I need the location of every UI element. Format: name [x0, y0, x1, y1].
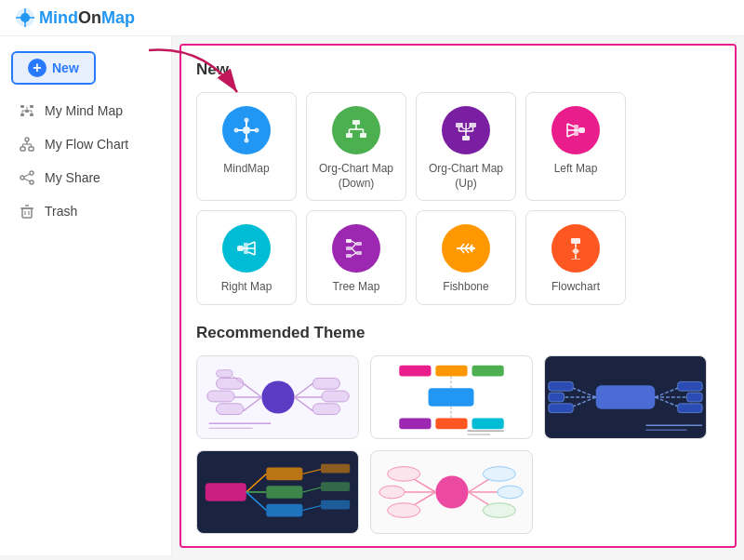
- template-card-org-down[interactable]: Org-Chart Map (Down): [306, 92, 406, 201]
- svg-rect-75: [346, 239, 352, 243]
- svg-line-62: [567, 134, 574, 137]
- svg-rect-28: [22, 208, 32, 218]
- new-section-title: New: [196, 60, 720, 79]
- fishbone-label: Fishbone: [443, 280, 488, 295]
- svg-rect-146: [266, 503, 302, 516]
- svg-rect-122: [472, 418, 504, 429]
- sidebar-item-trash[interactable]: Trash: [0, 194, 171, 228]
- svg-point-33: [243, 127, 250, 134]
- svg-rect-107: [312, 378, 339, 389]
- svg-point-24: [20, 176, 24, 180]
- main-content: New MindMap: [179, 44, 737, 548]
- rightmap-icon: [222, 224, 271, 273]
- treemap-icon: [332, 224, 380, 273]
- svg-line-98: [244, 383, 262, 397]
- svg-rect-8: [20, 113, 24, 116]
- svg-line-132: [655, 388, 677, 397]
- template-card-right-map[interactable]: Right Map: [196, 210, 297, 305]
- svg-line-82: [352, 253, 356, 256]
- svg-line-147: [302, 469, 321, 473]
- svg-rect-145: [266, 486, 302, 499]
- theme-card-dark-blue[interactable]: [544, 355, 707, 439]
- theme-card-light-purple[interactable]: [196, 355, 359, 439]
- svg-rect-117: [435, 366, 467, 377]
- svg-point-41: [255, 128, 259, 133]
- sidebar-item-my-mind-map[interactable]: My Mind Map: [0, 94, 171, 127]
- sidebar-label-my-flow-chart: My Flow Chart: [45, 137, 128, 152]
- svg-line-159: [469, 492, 490, 506]
- template-card-flowchart[interactable]: Flowchart: [525, 210, 626, 305]
- theme-card-dark-navy[interactable]: [196, 450, 359, 534]
- svg-rect-76: [346, 247, 352, 250]
- svg-rect-16: [20, 147, 25, 151]
- svg-rect-151: [321, 482, 350, 491]
- svg-rect-77: [346, 254, 352, 258]
- rightmap-label: Right Map: [221, 280, 272, 295]
- svg-rect-140: [206, 483, 246, 501]
- svg-point-39: [245, 139, 249, 143]
- svg-rect-116: [399, 366, 431, 377]
- orgup-icon: Ψ: [442, 106, 490, 154]
- template-grid: MindMap Org-Chart Map (Down): [196, 92, 720, 305]
- plus-icon: +: [28, 59, 46, 77]
- svg-line-126: [573, 388, 595, 397]
- svg-rect-108: [322, 391, 349, 402]
- template-card-mindmap[interactable]: MindMap: [196, 92, 297, 201]
- recommended-section-title: Recommended Theme: [196, 324, 720, 342]
- svg-rect-5: [20, 105, 24, 108]
- template-card-tree-map[interactable]: Tree Map: [306, 210, 406, 305]
- svg-line-100: [244, 397, 262, 411]
- sidebar-label-my-share: My Share: [45, 170, 100, 185]
- svg-rect-136: [687, 393, 703, 402]
- trash-icon: [19, 203, 35, 220]
- svg-rect-137: [678, 404, 702, 413]
- template-card-left-map[interactable]: Left Map: [525, 92, 626, 201]
- template-card-fishbone[interactable]: Fishbone: [416, 210, 516, 305]
- new-button[interactable]: + New: [11, 51, 96, 85]
- logo: MindOnMap: [15, 7, 135, 28]
- svg-rect-102: [207, 391, 234, 402]
- svg-point-38: [245, 118, 249, 123]
- svg-text:Ψ: Ψ: [460, 120, 472, 135]
- svg-rect-114: [429, 388, 474, 407]
- theme-card-light-colorful[interactable]: [370, 355, 533, 439]
- svg-rect-130: [549, 393, 565, 402]
- sidebar-item-my-flow-chart[interactable]: My Flow Chart: [0, 127, 171, 161]
- theme-card-light-pastel[interactable]: [370, 450, 533, 534]
- treemap-label: Tree Map: [333, 280, 380, 295]
- template-card-org-up[interactable]: Ψ Org-Chart Map (Up): [416, 92, 516, 201]
- svg-rect-78: [356, 242, 362, 246]
- svg-rect-121: [435, 418, 467, 429]
- svg-line-128: [573, 397, 595, 407]
- svg-point-161: [379, 486, 405, 499]
- svg-point-97: [261, 380, 294, 413]
- svg-point-23: [30, 171, 33, 175]
- fishbone-icon: [442, 224, 490, 273]
- svg-rect-49: [462, 136, 470, 140]
- svg-line-143: [246, 492, 267, 511]
- flowchart-label: Flowchart: [551, 280, 600, 295]
- svg-rect-44: [360, 133, 366, 138]
- flowchart-icon: [551, 224, 600, 273]
- sidebar-label-my-mind-map: My Mind Map: [45, 103, 123, 118]
- sidebar-item-my-share[interactable]: My Share: [0, 161, 171, 194]
- svg-rect-125: [596, 385, 656, 408]
- svg-point-164: [498, 486, 523, 499]
- mindmap-icon: [222, 106, 271, 154]
- svg-point-165: [483, 503, 515, 518]
- svg-line-80: [352, 241, 356, 244]
- svg-point-163: [483, 466, 515, 481]
- svg-line-157: [469, 478, 490, 492]
- svg-rect-150: [321, 463, 350, 473]
- svg-line-104: [295, 383, 313, 397]
- svg-line-69: [248, 242, 255, 245]
- svg-rect-6: [30, 105, 33, 108]
- svg-line-148: [302, 487, 321, 492]
- svg-line-83: [352, 248, 356, 253]
- svg-rect-96: [571, 259, 580, 260]
- svg-line-71: [248, 252, 255, 255]
- sidebar: + New My Mind Map: [0, 36, 172, 555]
- svg-rect-101: [217, 378, 244, 389]
- svg-rect-57: [578, 127, 585, 133]
- svg-line-60: [567, 124, 574, 127]
